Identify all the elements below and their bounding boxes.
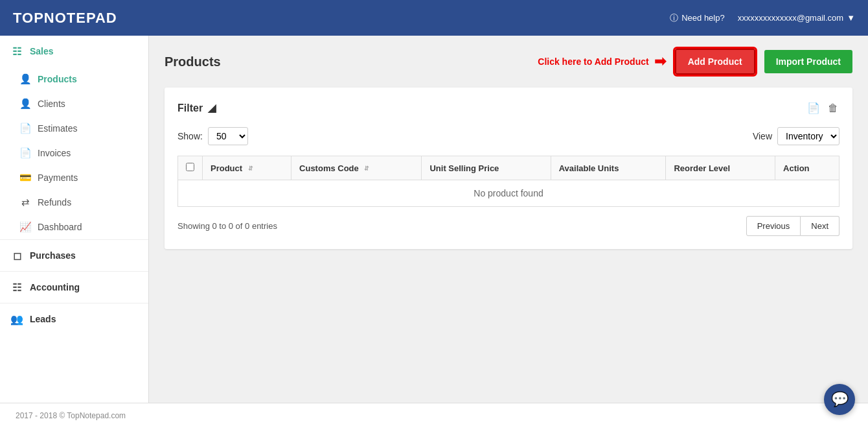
sidebar-item-estimates[interactable]: 📄 Estimates	[0, 116, 148, 141]
table-body: No product found	[178, 180, 839, 207]
dashboard-icon: 📈	[19, 221, 31, 233]
header-right: ⓘ Need help? xxxxxxxxxxxxxx@gmail.com ▼	[670, 12, 855, 24]
body-layout: ☷ Sales 👤 Products 👤 Clients 📄 Estimates…	[0, 36, 868, 403]
no-product-message: No product found	[178, 180, 839, 207]
filter-header: Filter ◢ 📄 🗑	[177, 101, 839, 115]
app-logo: TopNotepad	[13, 10, 117, 27]
page-header-actions: Click here to Add Product ➡ Add Product …	[538, 49, 852, 75]
sidebar: ☷ Sales 👤 Products 👤 Clients 📄 Estimates…	[0, 36, 149, 403]
show-view-row: Show: 50 25 100 View Inventory Default	[177, 127, 839, 145]
import-product-button[interactable]: Import Product	[764, 50, 852, 73]
select-all-checkbox[interactable]	[186, 163, 194, 171]
th-product[interactable]: Product ⇵	[203, 156, 291, 180]
refunds-icon: ⇄	[19, 196, 31, 208]
clients-icon: 👤	[19, 98, 31, 110]
app-header: TopNotepad ⓘ Need help? xxxxxxxxxxxxxx@g…	[0, 0, 868, 36]
app-footer: 2017 - 2018 © TopNotepad.com	[0, 403, 868, 428]
sidebar-item-payments[interactable]: 💳 Payments	[0, 165, 148, 190]
filter-title: Filter ◢	[177, 102, 216, 114]
chat-icon: 💬	[831, 391, 849, 408]
sidebar-sales-header[interactable]: ☷ Sales	[0, 36, 148, 67]
pagination-buttons: Previous Next	[746, 216, 839, 236]
product-sort-icon: ⇵	[248, 166, 253, 172]
th-available-units: Available Units	[551, 156, 666, 180]
user-menu[interactable]: xxxxxxxxxxxxxx@gmail.com ▼	[738, 13, 855, 23]
customs-code-sort-icon: ⇵	[364, 166, 369, 172]
previous-button[interactable]: Previous	[746, 216, 801, 236]
export-icon-button[interactable]: 📄	[806, 101, 821, 115]
purchases-icon: ◻	[10, 249, 23, 262]
add-product-button[interactable]: Add Product	[675, 49, 755, 75]
page-title: Products	[165, 54, 221, 69]
show-control: Show: 50 25 100	[177, 127, 248, 145]
sidebar-item-clients[interactable]: 👤 Clients	[0, 91, 148, 116]
leads-icon: 👥	[10, 313, 23, 326]
click-hint: Click here to Add Product ➡	[538, 53, 665, 70]
chat-bubble[interactable]: 💬	[824, 384, 855, 415]
th-unit-selling-price: Unit Selling Price	[422, 156, 551, 180]
empty-row: No product found	[178, 180, 839, 207]
page-header: Products Click here to Add Product ➡ Add…	[165, 49, 852, 75]
filter-icon: ◢	[208, 102, 216, 114]
delete-icon-button[interactable]: 🗑	[827, 101, 839, 115]
main-content: Products Click here to Add Product ➡ Add…	[149, 36, 868, 403]
sidebar-sales-items: 👤 Products 👤 Clients 📄 Estimates 📄 Invoi…	[0, 67, 148, 239]
sales-icon: ☷	[10, 45, 23, 58]
accounting-icon: ☷	[10, 281, 23, 294]
show-select[interactable]: 50 25 100	[208, 127, 248, 145]
filter-actions: 📄 🗑	[806, 101, 839, 115]
th-action: Action	[775, 156, 839, 180]
sidebar-leads[interactable]: 👥 Leads	[0, 303, 148, 335]
copyright-text: 2017 - 2018 © TopNotepad.com	[16, 411, 126, 420]
table-header-row: Product ⇵ Customs Code ⇵ Unit Selling Pr…	[178, 156, 839, 180]
help-link[interactable]: ⓘ Need help?	[670, 12, 725, 24]
th-checkbox	[178, 156, 203, 180]
sidebar-item-refunds[interactable]: ⇄ Refunds	[0, 190, 148, 215]
sidebar-sales-section: ☷ Sales 👤 Products 👤 Clients 📄 Estimates…	[0, 36, 148, 239]
arrow-right-icon: ➡	[654, 53, 666, 70]
chevron-down-icon: ▼	[847, 13, 855, 23]
estimates-icon: 📄	[19, 123, 31, 134]
products-icon: 👤	[19, 73, 31, 85]
products-card: Filter ◢ 📄 🗑 Show: 50 25 100	[165, 88, 852, 249]
invoices-icon: 📄	[19, 147, 31, 159]
help-icon: ⓘ	[670, 12, 678, 24]
sidebar-accounting[interactable]: ☷ Accounting	[0, 271, 148, 303]
sidebar-purchases[interactable]: ◻ Purchases	[0, 239, 148, 271]
sidebar-item-products[interactable]: 👤 Products	[0, 67, 148, 91]
th-customs-code[interactable]: Customs Code ⇵	[291, 156, 422, 180]
payments-icon: 💳	[19, 172, 31, 184]
products-table: Product ⇵ Customs Code ⇵ Unit Selling Pr…	[177, 156, 839, 207]
next-button[interactable]: Next	[801, 216, 839, 236]
th-reorder-level: Reorder Level	[666, 156, 775, 180]
pagination-row: Showing 0 to 0 of 0 entries Previous Nex…	[177, 216, 839, 236]
view-select[interactable]: Inventory Default	[777, 127, 839, 145]
table-header: Product ⇵ Customs Code ⇵ Unit Selling Pr…	[178, 156, 839, 180]
sidebar-item-dashboard[interactable]: 📈 Dashboard	[0, 215, 148, 239]
showing-text: Showing 0 to 0 of 0 entries	[177, 221, 277, 231]
sidebar-item-invoices[interactable]: 📄 Invoices	[0, 141, 148, 165]
view-control: View Inventory Default	[753, 127, 839, 145]
